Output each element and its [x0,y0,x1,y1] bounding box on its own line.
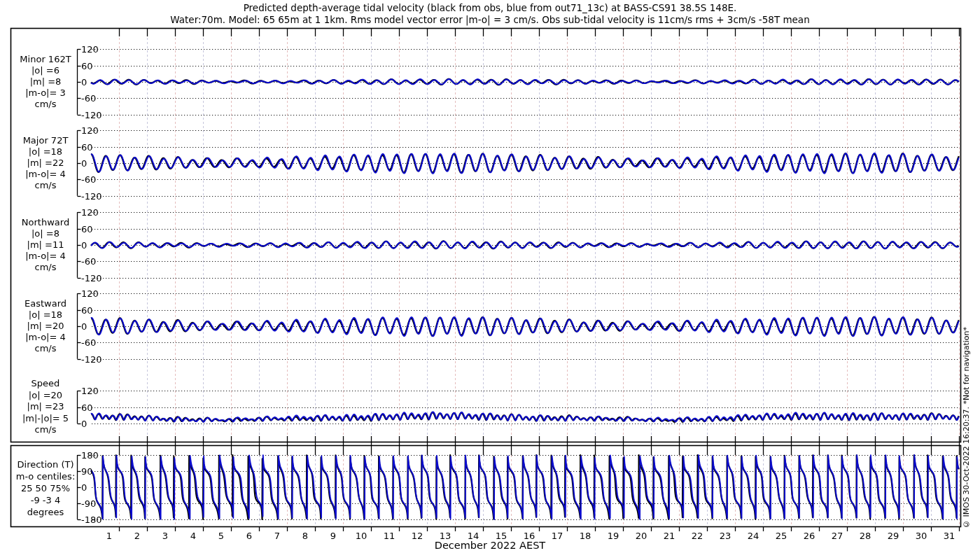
y-tick-label-major: -60 [81,174,96,185]
y-tick-label-speed: 60 [81,402,93,412]
y-tick-label-direction: 0 [81,482,87,493]
y-tick-label-eastward: -120 [81,354,102,364]
y-tick-label-eastward: -60 [81,337,96,348]
y-tick-label-northward: -120 [81,272,102,283]
panel-label-line: |o| =18 [7,146,84,158]
y-tick-label-eastward: 120 [81,288,99,299]
day-tick-label: 31 [935,531,963,541]
y-tick-label-minor: -120 [81,109,102,120]
panel-label-line: Eastward [7,298,84,309]
panel-label-line: |m| =23 [7,401,84,413]
panel-label-line: Minor 162T [7,54,84,65]
y-tick-label-direction: 180 [81,450,99,461]
panel-label-line: |m-o|= 4 [7,251,84,262]
panel-label-line: Major 72T [7,135,84,146]
panel-label-line: |o| =8 [7,228,84,239]
panel-label-line: |m| =8 [7,76,84,88]
y-tick-label-major: 60 [81,141,93,152]
panel-label-line: cm/s [7,424,84,436]
y-tick-label-northward: 120 [81,207,99,218]
panel-label-line: |m| =22 [7,158,84,169]
day-tick-label: 2 [123,531,151,541]
panel-label-line: |m| =11 [7,239,84,251]
panel-label-line: -9 -3 4 [7,494,84,506]
panel-label-northward: Northward|o| =8|m| =11|m-o|= 4cm/s [7,217,84,273]
y-tick-label-eastward: 60 [81,304,93,315]
tidal-plot-canvas [0,0,980,560]
panel-label-line: cm/s [7,343,84,354]
panel-label-line: m-o centiles: [7,470,84,482]
day-tick-label: 1 [95,531,123,541]
y-tick-label-direction: -180 [81,514,102,524]
panel-label-line: cm/s [7,180,84,191]
panel-label-line: |o| =20 [7,390,84,402]
panel-label-line: cm/s [7,262,84,273]
panel-label-line: Speed [7,378,84,390]
day-tick-label: 29 [879,531,907,541]
day-tick-label: 4 [179,531,207,541]
y-tick-label-major: -120 [81,190,102,201]
y-tick-label-minor: -60 [81,93,96,104]
day-tick-label: 3 [151,531,179,541]
y-tick-label-direction: 90 [81,466,93,477]
y-tick-label-direction: -90 [81,498,96,508]
y-tick-label-eastward: 0 [81,321,87,332]
y-tick-label-minor: 60 [81,60,93,71]
panel-label-line: cm/s [7,99,84,110]
panel-label-line: |m-o|= 4 [7,169,84,180]
y-tick-label-speed: 120 [81,386,99,396]
y-tick-label-minor: 0 [81,77,87,88]
day-tick-label: 30 [907,531,935,541]
panel-label-line: |m-o|= 3 [7,88,84,99]
y-tick-label-speed: 0 [81,419,87,429]
panel-label-line: |m-o|= 4 [7,332,84,343]
day-tick-label: 6 [235,531,263,541]
day-tick-label: 27 [823,531,851,541]
panel-label-direction: Direction (T)m-o centiles:25 50 75%-9 -3… [7,458,84,518]
y-tick-label-northward: -60 [81,256,96,267]
figure-title: Predicted depth-average tidal velocity (… [0,2,980,13]
panel-label-line: 25 50 75% [7,482,84,494]
day-tick-label: 26 [795,531,823,541]
panel-label-speed: Speed|o| =20|m| =23|m|-|o|= 5cm/s [7,378,84,436]
y-tick-label-major: 0 [81,158,87,169]
panel-label-minor: Minor 162T|o| =6|m| =8|m-o|= 3cm/s [7,54,84,110]
y-tick-label-minor: 120 [81,44,99,55]
panel-label-major: Major 72T|o| =18|m| =22|m-o|= 4cm/s [7,135,84,191]
y-tick-label-northward: 0 [81,240,87,251]
panel-label-line: Northward [7,217,84,228]
tidal-velocity-figure: Predicted depth-average tidal velocity (… [0,0,980,560]
day-tick-label: 5 [207,531,235,541]
y-tick-label-major: 120 [81,125,99,136]
imos-watermark: © IMOS 30-Oct-2022 16:20:37. *Not for na… [962,268,973,528]
x-axis-label: December 2022 AEST [280,540,700,551]
panel-label-line: |m| =20 [7,321,84,332]
panel-label-line: degrees [7,506,84,518]
day-tick-label: 25 [767,531,795,541]
y-tick-label-northward: 60 [81,223,93,234]
day-tick-label: 23 [711,531,739,541]
day-tick-label: 28 [851,531,879,541]
panel-label-eastward: Eastward|o| =18|m| =20|m-o|= 4cm/s [7,298,84,354]
panel-label-line: |o| =18 [7,309,84,321]
panel-label-line: |o| =6 [7,65,84,76]
panel-label-line: |m|-|o|= 5 [7,413,84,425]
panel-label-line: Direction (T) [7,458,84,470]
figure-subtitle: Water:70m. Model: 65 65m at 1 1km. Rms m… [0,14,980,25]
day-tick-label: 24 [739,531,767,541]
